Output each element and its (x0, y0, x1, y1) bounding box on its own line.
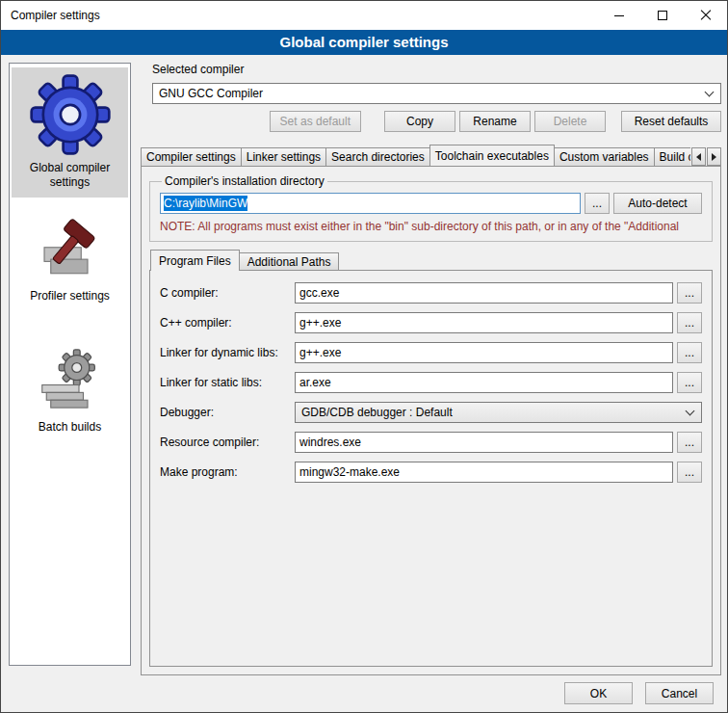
field-label-cpp-compiler: C++ compiler: (160, 316, 291, 330)
batch-builds-icon (36, 346, 105, 415)
copy-button[interactable]: Copy (384, 111, 455, 132)
c-compiler-input[interactable] (295, 282, 673, 304)
tab-scroll-left-button[interactable] (691, 147, 706, 166)
debugger-dropdown[interactable]: GDB/CDB debugger : Default (295, 402, 702, 423)
field-row-linker-static: Linker for static libs:... (160, 372, 702, 393)
install-dir-row: C:\raylib\MinGW ... Auto-detect (160, 193, 702, 214)
window-title: Compiler settings (1, 9, 100, 22)
tab-custom-variables[interactable]: Custom variables (554, 147, 655, 166)
field-row-resource-compiler: Resource compiler:... (160, 432, 702, 453)
chevron-down-icon (686, 406, 695, 415)
titlebar: Compiler settings (1, 1, 727, 30)
ok-button[interactable]: OK (564, 682, 633, 704)
sub-tabs: Program FilesAdditional Paths (150, 250, 713, 270)
program-files-panel: C compiler:...C++ compiler:...Linker for… (149, 270, 713, 667)
field-label-debugger: Debugger: (160, 406, 291, 419)
caption-buttons (597, 1, 727, 30)
selected-compiler-value: GNU GCC Compiler (159, 87, 263, 100)
chevron-down-icon (705, 87, 715, 96)
install-dir-group: Compiler's installation directory C:\ray… (149, 174, 713, 242)
main-tabs: Compiler settingsLinker settingsSearch d… (141, 145, 690, 166)
linker-dynamic-input[interactable] (295, 342, 673, 363)
tab-build-options[interactable]: Build options (654, 147, 690, 166)
cpp-compiler-browse-button[interactable]: ... (677, 312, 702, 333)
field-label-linker-static: Linker for static libs: (160, 376, 291, 389)
sidebar-item-profiler-settings[interactable]: Profiler settings (12, 209, 128, 311)
tab-compiler-settings[interactable]: Compiler settings (141, 147, 242, 166)
rename-button[interactable]: Rename (459, 111, 531, 132)
tabstrip: Compiler settingsLinker settingsSearch d… (141, 145, 721, 166)
gear-icon (29, 73, 112, 156)
sidebar-item-label: Global compiler settings (13, 161, 126, 190)
linker-static-browse-button[interactable]: ... (677, 372, 702, 393)
resource-compiler-input[interactable] (295, 432, 673, 453)
make-program-input[interactable] (295, 462, 673, 483)
profiler-icon (36, 215, 105, 284)
fields-container: C compiler:...C++ compiler:...Linker for… (160, 282, 702, 483)
arrow-right-icon (712, 153, 716, 161)
cpp-compiler-input[interactable] (295, 312, 673, 333)
compiler-actions: Set as default Copy Rename Delete Reset … (141, 111, 721, 132)
field-label-make-program: Make program: (160, 465, 291, 479)
sidebar-item-batch-builds[interactable]: Batch builds (12, 340, 128, 442)
subtab-additional-paths[interactable]: Additional Paths (239, 252, 340, 270)
maximize-button[interactable] (640, 1, 684, 30)
set-as-default-button[interactable]: Set as default (270, 111, 361, 132)
toolchain-executables-page: Compiler's installation directory C:\ray… (141, 166, 721, 675)
dialog-header: Global compiler settings (1, 30, 727, 55)
c-compiler-browse-button[interactable]: ... (677, 282, 702, 304)
field-row-debugger: Debugger:GDB/CDB debugger : Default (160, 402, 702, 423)
footer-buttons: OK Cancel (564, 682, 714, 704)
maximize-icon (658, 11, 667, 20)
resource-compiler-browse-button[interactable]: ... (677, 432, 702, 453)
close-icon (700, 10, 712, 21)
tab-toolchain-executables[interactable]: Toolchain executables (429, 145, 555, 166)
close-button[interactable] (684, 1, 727, 30)
tab-linker-settings[interactable]: Linker settings (241, 147, 326, 166)
arrow-left-icon (696, 153, 701, 161)
field-label-linker-dynamic: Linker for dynamic libs: (160, 346, 291, 359)
sidebar-item-global-compiler-settings[interactable]: Global compiler settings (12, 67, 128, 198)
tab-scroll-right-button[interactable] (707, 147, 721, 166)
field-row-c-compiler: C compiler:... (160, 282, 702, 304)
cancel-button[interactable]: Cancel (645, 682, 714, 704)
linker-dynamic-browse-button[interactable]: ... (677, 342, 702, 363)
linker-static-input[interactable] (295, 372, 673, 393)
selected-compiler-label: Selected compiler (152, 63, 721, 76)
sidebar: Global compiler settingsProfiler setting… (9, 63, 131, 666)
debugger-value: GDB/CDB debugger : Default (301, 406, 453, 419)
sidebar-item-label: Profiler settings (30, 289, 110, 304)
selected-compiler-dropdown[interactable]: GNU GCC Compiler (152, 83, 721, 104)
main-panel: Selected compiler GNU GCC Compiler Set a… (141, 59, 721, 675)
compiler-settings-window: Compiler settings Global compiler settin… (0, 0, 728, 713)
field-label-c-compiler: C compiler: (160, 286, 291, 300)
field-row-linker-dynamic: Linker for dynamic libs:... (160, 342, 702, 363)
reset-defaults-button[interactable]: Reset defaults (621, 111, 721, 132)
tab-search-directories[interactable]: Search directories (325, 147, 430, 166)
field-row-make-program: Make program:... (160, 462, 702, 483)
autodetect-button[interactable]: Auto-detect (613, 193, 702, 214)
sidebar-item-label: Batch builds (39, 420, 101, 435)
note-text: NOTE: All programs must exist either in … (160, 220, 702, 233)
install-dir-group-title: Compiler's installation directory (162, 174, 327, 188)
install-dir-selected-text: C:\raylib\MinGW (164, 196, 247, 211)
install-dir-browse-button[interactable]: ... (585, 193, 610, 214)
field-label-resource-compiler: Resource compiler: (160, 436, 291, 449)
subtab-program-files[interactable]: Program Files (150, 250, 240, 271)
field-row-cpp-compiler: C++ compiler:... (160, 312, 702, 333)
install-dir-input[interactable]: C:\raylib\MinGW (160, 193, 581, 214)
minimize-icon (614, 15, 624, 16)
make-program-browse-button[interactable]: ... (677, 462, 702, 483)
minimize-button[interactable] (597, 1, 640, 30)
delete-button[interactable]: Delete (534, 111, 606, 132)
